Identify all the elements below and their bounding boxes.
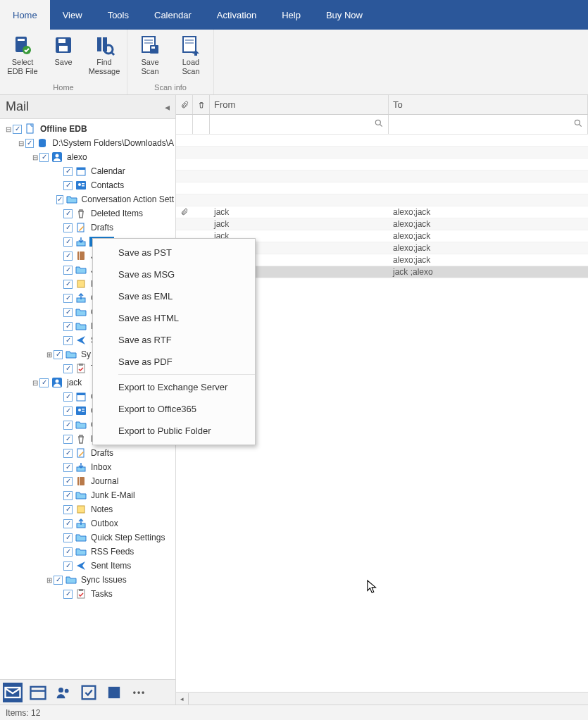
checkbox[interactable]: ✓ bbox=[63, 252, 73, 261]
checkbox[interactable]: ✓ bbox=[63, 308, 73, 317]
menu-calendar[interactable]: Calendar bbox=[142, 0, 204, 30]
checkbox[interactable]: ✓ bbox=[63, 435, 73, 444]
tree-node-offline-edb[interactable]: ⊟✓Offline EDB bbox=[0, 122, 175, 136]
checkbox[interactable]: ✓ bbox=[63, 406, 73, 416]
checkbox[interactable]: ✓ bbox=[39, 378, 49, 387]
checkbox[interactable]: ✓ bbox=[56, 195, 63, 204]
checkbox[interactable]: ✓ bbox=[63, 533, 73, 542]
expander-icon[interactable]: ⊟ bbox=[4, 125, 13, 133]
search-icon[interactable] bbox=[374, 118, 384, 130]
message-row[interactable] bbox=[176, 170, 588, 182]
checkbox[interactable]: ✓ bbox=[63, 223, 73, 232]
checkbox[interactable]: ✓ bbox=[63, 463, 73, 472]
expander-icon[interactable]: ⊟ bbox=[31, 379, 39, 387]
checkbox[interactable]: ✓ bbox=[63, 477, 73, 486]
checkbox[interactable]: ✓ bbox=[63, 421, 73, 430]
column-to[interactable]: To bbox=[389, 95, 588, 114]
ctx-export-to-office365[interactable]: Export to Office365 bbox=[93, 398, 255, 420]
collapse-nav-icon[interactable]: ◂ bbox=[165, 101, 170, 113]
tree-node-journal[interactable]: ✓Journal bbox=[0, 474, 175, 488]
tree-node-sent-items[interactable]: ✓Sent Items bbox=[0, 559, 175, 573]
checkbox[interactable]: ✓ bbox=[63, 266, 73, 275]
checkbox[interactable]: ✓ bbox=[63, 505, 73, 514]
tree-node-conversation-action-sett[interactable]: ✓Conversation Action Sett bbox=[0, 192, 175, 206]
message-row[interactable] bbox=[176, 147, 588, 159]
message-row[interactable] bbox=[176, 194, 588, 206]
column-from[interactable]: From bbox=[210, 95, 389, 114]
search-to-input[interactable] bbox=[393, 119, 587, 130]
notes-icon[interactable] bbox=[104, 683, 124, 702]
ctx-save-as-pst[interactable]: Save as PST bbox=[93, 242, 255, 263]
checkbox[interactable]: ✓ bbox=[63, 237, 73, 247]
tree-node-rss-feeds[interactable]: ✓RSS Feeds bbox=[0, 545, 175, 559]
tree-node-tasks[interactable]: ✓Tasks bbox=[0, 587, 175, 601]
find-message-button[interactable]: FindMessage bbox=[85, 31, 124, 76]
checkbox[interactable]: ✓ bbox=[63, 209, 73, 218]
checkbox[interactable]: ✓ bbox=[63, 491, 73, 500]
tree-node-d-system-folders-downloads-a[interactable]: ⊟✓D:\System Folders\Downloads\A bbox=[0, 136, 175, 150]
message-row[interactable] bbox=[176, 135, 588, 147]
tree-node-calendar[interactable]: ✓Calendar bbox=[0, 164, 175, 178]
checkbox[interactable]: ✓ bbox=[63, 181, 73, 190]
select-edb-file-button[interactable]: SelectEDB File bbox=[3, 31, 42, 76]
checkbox[interactable]: ✓ bbox=[39, 153, 49, 162]
menu-help[interactable]: Help bbox=[269, 0, 313, 30]
menu-view[interactable]: View bbox=[50, 0, 95, 30]
checkbox[interactable]: ✓ bbox=[25, 139, 35, 148]
checkbox[interactable]: ✓ bbox=[63, 294, 73, 303]
ctx-save-as-eml[interactable]: Save as EML bbox=[93, 285, 255, 307]
checkbox[interactable]: ✓ bbox=[63, 167, 73, 176]
tree-node-contacts[interactable]: ✓Contacts bbox=[0, 178, 175, 192]
save-button[interactable]: Save bbox=[44, 31, 83, 76]
load-scan-button[interactable]: LoadScan bbox=[171, 31, 211, 76]
calendar-icon[interactable] bbox=[28, 683, 48, 702]
tree-node-sync-issues[interactable]: ⊞✓Sync Issues bbox=[0, 573, 175, 587]
checkbox[interactable]: ✓ bbox=[63, 392, 73, 402]
expander-icon[interactable]: ⊟ bbox=[31, 154, 39, 161]
expander-icon[interactable]: ⊞ bbox=[45, 576, 54, 584]
save-scan-button[interactable]: SaveScan bbox=[130, 31, 170, 76]
menu-home[interactable]: Home bbox=[0, 0, 50, 30]
checkbox[interactable]: ✓ bbox=[63, 449, 73, 458]
tree-node-drafts[interactable]: ✓Drafts bbox=[0, 446, 175, 460]
tree-node-quick-step-settings[interactable]: ✓Quick Step Settings bbox=[0, 530, 175, 545]
checkbox[interactable]: ✓ bbox=[63, 336, 73, 345]
checkbox[interactable]: ✓ bbox=[63, 547, 73, 557]
menu-tools[interactable]: Tools bbox=[95, 0, 142, 30]
message-row[interactable]: jackalexo;jack bbox=[176, 218, 588, 230]
tree-node-inbox[interactable]: ✓Inbox bbox=[0, 460, 175, 474]
ctx-export-to-exchange-server[interactable]: Export to Exchange Server bbox=[93, 376, 255, 398]
ctx-save-as-pdf[interactable]: Save as PDF bbox=[93, 351, 255, 373]
checkbox[interactable]: ✓ bbox=[63, 322, 73, 331]
tree-node-alexo[interactable]: ⊟✓alexo bbox=[0, 150, 175, 164]
people-icon[interactable] bbox=[54, 683, 73, 702]
search-from-input[interactable] bbox=[214, 119, 388, 130]
menu-buy-now[interactable]: Buy Now bbox=[313, 0, 375, 30]
column-attachment[interactable] bbox=[176, 95, 193, 114]
checkbox[interactable]: ✓ bbox=[63, 280, 73, 289]
ctx-export-to-public-folder[interactable]: Export to Public Folder bbox=[93, 420, 255, 442]
ctx-save-as-html[interactable]: Save as HTML bbox=[93, 307, 255, 329]
checkbox[interactable]: ✓ bbox=[54, 350, 63, 359]
horizontal-scrollbar[interactable]: ◂ bbox=[176, 692, 588, 705]
mail-icon[interactable] bbox=[3, 683, 23, 702]
checkbox[interactable]: ✓ bbox=[54, 576, 63, 585]
checkbox[interactable]: ✓ bbox=[63, 561, 73, 571]
message-row[interactable] bbox=[176, 182, 588, 194]
checkbox[interactable]: ✓ bbox=[63, 590, 73, 599]
scroll-left-icon[interactable]: ◂ bbox=[176, 693, 189, 705]
checkbox[interactable]: ✓ bbox=[63, 519, 73, 528]
ctx-save-as-msg[interactable]: Save as MSG bbox=[93, 263, 255, 285]
expander-icon[interactable]: ⊟ bbox=[17, 139, 25, 147]
tree-node-outbox[interactable]: ✓Outbox bbox=[0, 516, 175, 530]
tree-node-drafts[interactable]: ✓Drafts bbox=[0, 221, 175, 235]
ctx-save-as-rtf[interactable]: Save as RTF bbox=[93, 329, 255, 351]
menu-activation[interactable]: Activation bbox=[204, 0, 269, 30]
message-row[interactable]: jackalexo;jack bbox=[176, 206, 588, 218]
column-delete[interactable] bbox=[193, 95, 210, 114]
more-icon[interactable]: ••• bbox=[130, 683, 149, 702]
checkbox[interactable]: ✓ bbox=[13, 125, 22, 134]
search-icon[interactable] bbox=[573, 118, 583, 130]
tree-node-notes[interactable]: ✓Notes bbox=[0, 502, 175, 516]
tasks-icon[interactable] bbox=[79, 683, 99, 702]
